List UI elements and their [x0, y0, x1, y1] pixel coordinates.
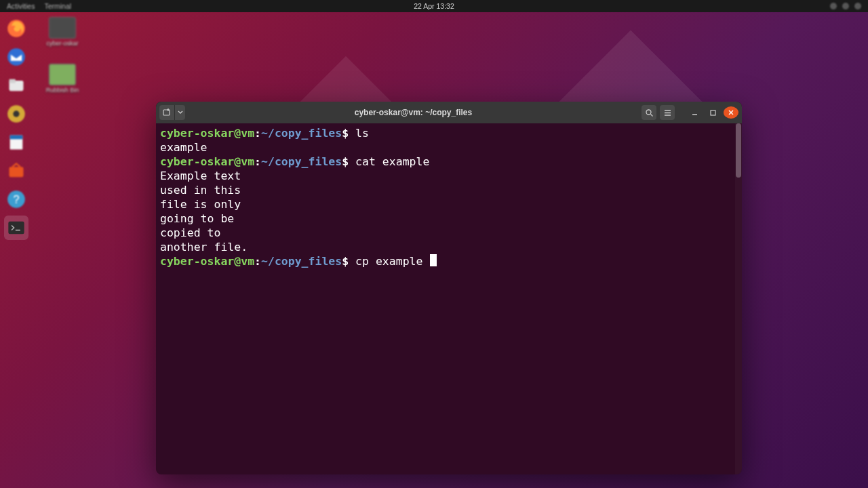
command-text: ls: [355, 127, 369, 140]
search-icon: [645, 108, 654, 117]
output-line: going to be: [160, 212, 234, 225]
dock-software[interactable]: [4, 159, 28, 183]
desktop-trash[interactable]: Rubbish Bin: [42, 64, 83, 94]
prompt-path: ~/copy_files: [261, 255, 342, 268]
terminal-output-area[interactable]: cyber-oskar@vm:~/copy_files$ ls example …: [156, 123, 742, 474]
firefox-icon: [7, 19, 26, 38]
svg-rect-3: [9, 79, 16, 83]
output-line: Example text: [160, 169, 241, 182]
scrollbar-thumb[interactable]: [736, 123, 741, 178]
new-tab-dropdown[interactable]: [174, 105, 185, 120]
files-icon: [7, 76, 26, 95]
search-button[interactable]: [642, 105, 656, 120]
command-text: cp example: [355, 255, 429, 268]
prompt-dollar: $: [342, 127, 355, 140]
desktop-icon-label: cyber-oskar: [46, 40, 78, 47]
dock-firefox[interactable]: [4, 16, 28, 41]
network-indicator-icon[interactable]: [830, 3, 837, 9]
svg-rect-11: [8, 222, 24, 235]
libreoffice-writer-icon: [7, 133, 26, 152]
gnome-top-bar: Activities Terminal 22 Apr 13:32: [0, 0, 868, 12]
menu-button[interactable]: [660, 105, 675, 120]
maximize-button[interactable]: [705, 105, 720, 120]
prompt-user-host: cyber-oskar@vm: [160, 155, 254, 168]
folder-icon: [49, 17, 76, 39]
maximize-icon: [709, 109, 717, 117]
prompt-path: ~/copy_files: [261, 127, 342, 140]
dock-thunderbird[interactable]: [4, 45, 28, 69]
desktop-home-folder[interactable]: cyber-oskar: [42, 17, 83, 47]
output-line: another file.: [160, 241, 248, 253]
svg-rect-8: [9, 167, 24, 177]
new-tab-icon: [162, 108, 172, 117]
svg-rect-7: [10, 136, 23, 140]
rhythmbox-icon: [7, 104, 26, 123]
window-title: cyber-oskar@vm: ~/copy_files: [188, 108, 639, 117]
chevron-down-icon: [178, 110, 183, 115]
new-tab-button[interactable]: [159, 105, 174, 120]
svg-point-5: [13, 110, 19, 117]
terminal-titlebar[interactable]: cyber-oskar@vm: ~/copy_files: [156, 102, 742, 123]
command-text: cat example: [355, 155, 429, 168]
output-line: used in this: [160, 184, 241, 197]
svg-text:?: ?: [13, 193, 19, 205]
prompt-colon: :: [254, 155, 261, 168]
dock-files[interactable]: [4, 73, 28, 98]
terminal-icon: [7, 218, 26, 237]
terminal-scrollbar[interactable]: [735, 123, 742, 474]
svg-point-13: [646, 110, 651, 115]
prompt-path: ~/copy_files: [261, 155, 342, 168]
svg-rect-12: [163, 110, 170, 115]
dock-rhythmbox[interactable]: [4, 102, 28, 126]
clock[interactable]: 22 Apr 13:32: [414, 2, 454, 10]
hamburger-icon: [663, 108, 672, 117]
desktop-icon-label: Rubbish Bin: [46, 87, 79, 94]
desktop-icons: cyber-oskar Rubbish Bin: [42, 17, 83, 94]
dock-writer[interactable]: [4, 130, 28, 155]
power-indicator-icon[interactable]: [854, 3, 861, 9]
close-icon: [728, 109, 734, 116]
trash-icon: [49, 64, 76, 85]
focused-app-menu[interactable]: Terminal: [44, 2, 71, 10]
svg-point-1: [7, 48, 25, 66]
help-icon: ?: [7, 190, 26, 209]
activities-button[interactable]: Activities: [7, 2, 35, 10]
prompt-dollar: $: [342, 155, 355, 168]
minimize-button[interactable]: [687, 105, 702, 120]
prompt-colon: :: [254, 255, 261, 268]
prompt-colon: :: [254, 127, 261, 140]
output-line: file is only: [160, 198, 241, 211]
minimize-icon: [691, 109, 698, 117]
terminal-window: cyber-oskar@vm: ~/copy_files cyber-oskar…: [156, 102, 742, 474]
svg-rect-14: [711, 110, 715, 115]
dock-terminal[interactable]: [4, 216, 28, 240]
ubuntu-dock: ?: [0, 12, 33, 488]
output-line: example: [160, 141, 208, 154]
terminal-cursor: [430, 254, 437, 266]
volume-indicator-icon[interactable]: [842, 3, 849, 9]
software-icon: [7, 161, 26, 180]
prompt-dollar: $: [342, 255, 355, 268]
close-button[interactable]: [724, 106, 738, 119]
prompt-user-host: cyber-oskar@vm: [160, 127, 254, 140]
thunderbird-icon: [7, 47, 26, 66]
prompt-user-host: cyber-oskar@vm: [160, 255, 254, 268]
output-line: copied to: [160, 226, 220, 239]
dock-help[interactable]: ?: [4, 187, 28, 211]
